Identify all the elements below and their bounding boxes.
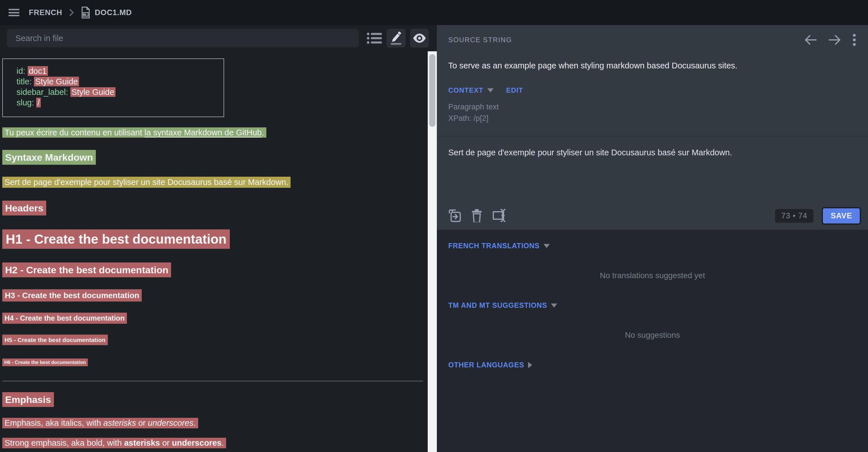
markdown-file-icon: M↓	[81, 6, 91, 19]
string-list-icon[interactable]	[367, 32, 382, 44]
doc-string-intro[interactable]: Tu peux écrire du contenu en utilisant l…	[2, 127, 266, 138]
select-text-icon[interactable]	[492, 209, 506, 223]
breadcrumb-file[interactable]: DOC1.MD	[95, 8, 132, 17]
section-french-translations[interactable]: FRENCH TRANSLATIONS	[448, 242, 857, 250]
github-markdown-link[interactable]: la syntaxe Markdown de GitHub	[145, 128, 262, 137]
eye-icon	[413, 34, 426, 43]
context-toggle[interactable]: CONTEXT	[448, 86, 494, 94]
doc-string-h6[interactable]: H6 - Create the best documentation	[2, 358, 88, 366]
translation-toolbar: 73 • 74 SAVE	[448, 206, 861, 225]
save-button[interactable]: SAVE	[822, 207, 861, 225]
pencil-icon	[391, 32, 401, 45]
doc-string-h2-emphasis[interactable]: Emphasis	[2, 392, 54, 407]
char-counter: 73 • 74	[775, 209, 814, 223]
hamburger-menu-icon[interactable]	[8, 9, 20, 16]
doc-string-h1[interactable]: H1 - Create the best documentation	[2, 229, 230, 249]
document-scrollbar[interactable]	[428, 51, 437, 452]
previous-string-icon[interactable]	[805, 35, 817, 45]
doc-string-h2-syntax[interactable]: Syntaxe Markdown	[2, 150, 96, 165]
source-string-label: SOURCE STRING	[448, 36, 512, 44]
doc-string-h5[interactable]: H5 - Create the best documentation	[2, 334, 108, 345]
copy-source-icon[interactable]	[448, 209, 462, 223]
frontmatter-value[interactable]: Style Guide	[70, 87, 116, 97]
document-preview: id: doc1 title: Style Guide sidebar_labe…	[0, 51, 428, 452]
source-string-text: To serve as an example page when styling…	[448, 60, 861, 71]
chevron-right-icon	[528, 362, 532, 368]
frontmatter-line: sidebar_label: Style Guide	[17, 87, 218, 97]
string-editor-card: SOURCE STRING To serve as an example	[437, 25, 868, 230]
frontmatter-value[interactable]: doc1	[28, 66, 48, 76]
kebab-menu-icon[interactable]	[852, 34, 856, 46]
translation-panel: SOURCE STRING To serve as an example	[437, 25, 868, 452]
doc-string-h4[interactable]: H4 - Create the best documentation	[2, 313, 127, 324]
doc-string-selected[interactable]: Sert de page d'exemple pour styliser un …	[2, 177, 290, 188]
doc-string-h3[interactable]: H3 - Create the best documentation	[2, 289, 142, 301]
translation-input[interactable]: Sert de page d'exemple pour styliser un …	[448, 136, 861, 206]
file-view-panel: id: doc1 title: Style Guide sidebar_labe…	[0, 25, 437, 452]
context-edit-button[interactable]: EDIT	[506, 86, 523, 94]
doc-string-h2[interactable]: H2 - Create the best documentation	[2, 262, 171, 277]
svg-text:M↓: M↓	[84, 13, 88, 16]
edit-mode-button[interactable]	[387, 29, 405, 47]
context-details: Paragraph text XPath: /p[2]	[448, 101, 861, 124]
next-string-icon[interactable]	[829, 35, 841, 45]
breadcrumb-chevron-icon	[69, 8, 74, 17]
search-input[interactable]	[7, 29, 359, 47]
chevron-down-icon	[487, 88, 494, 92]
suggestion-sections: FRENCH TRANSLATIONS No translations sugg…	[437, 230, 868, 369]
doc-string-emphasis[interactable]: Emphasis, aka italics, with asterisks or…	[2, 418, 198, 428]
translations-empty-text: No translations suggested yet	[448, 271, 857, 280]
chevron-down-icon	[544, 244, 550, 248]
clear-translation-icon[interactable]	[472, 209, 482, 222]
suggestions-empty-text: No suggestions	[448, 331, 857, 340]
scrollbar-thumb[interactable]	[429, 54, 435, 127]
doc-string-strong[interactable]: Strong emphasis, aka bold, with asterisk…	[2, 438, 226, 448]
context-type: Paragraph text	[448, 101, 861, 112]
context-xpath: XPath: /p[2]	[448, 112, 861, 124]
chevron-down-icon	[551, 303, 557, 308]
frontmatter-line: slug: /	[17, 97, 218, 108]
frontmatter-block: id: doc1 title: Style Guide sidebar_labe…	[2, 58, 224, 117]
section-other-languages[interactable]: OTHER LANGUAGES	[448, 361, 857, 369]
doc-string-h2-headers[interactable]: Headers	[2, 201, 46, 216]
top-bar: FRENCH M↓ DOC1.MD	[0, 0, 868, 25]
frontmatter-line: id: doc1	[17, 66, 218, 76]
preview-mode-button[interactable]	[410, 29, 429, 47]
breadcrumb-project[interactable]: FRENCH	[29, 8, 62, 17]
section-tm-mt-suggestions[interactable]: TM AND MT SUGGESTIONS	[448, 301, 857, 310]
frontmatter-value[interactable]: Style Guide	[34, 77, 79, 86]
frontmatter-value[interactable]: /	[36, 98, 41, 107]
document-divider	[2, 381, 423, 381]
app-window: FRENCH M↓ DOC1.MD	[0, 0, 868, 452]
file-toolbar	[0, 25, 437, 51]
frontmatter-line: title: Style Guide	[17, 76, 218, 87]
